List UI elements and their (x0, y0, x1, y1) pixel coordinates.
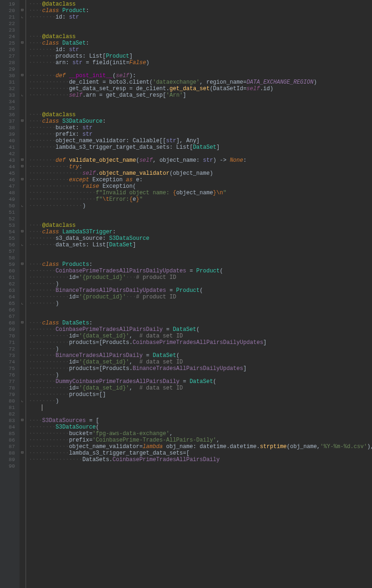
code-line[interactable] (29, 411, 372, 417)
code-line[interactable]: ········bucket: str (29, 125, 372, 131)
fold-column[interactable]: ⊟⌞⊟⊟⌞⊟⊟⊟⊟⌞⊟⌞⊟⌞⊟⌞⊟⊟ (20, 0, 26, 588)
fold-open-icon[interactable]: ⊟ (20, 177, 25, 182)
code-line[interactable] (29, 99, 372, 105)
token-ws: ········ (29, 138, 56, 144)
code-line[interactable] (29, 66, 372, 73)
fold-close-icon[interactable]: ⌞ (20, 14, 25, 19)
code-line[interactable] (29, 105, 372, 112)
code-line[interactable]: ················DataSets.CoinbasePrimeTr… (29, 456, 372, 463)
code-line[interactable]: ····class Product: (29, 7, 372, 14)
code-line[interactable]: ················raise Exception( (29, 183, 372, 190)
code-line[interactable]: ····class DataSets: (29, 320, 372, 326)
fold-open-icon[interactable]: ⊟ (20, 8, 25, 13)
token-py: ) (56, 281, 59, 287)
code-line[interactable]: ············id='{product_id}'···# produc… (29, 294, 372, 300)
fold-open-icon[interactable]: ⊟ (20, 158, 25, 162)
fold-open-icon[interactable]: ⊟ (20, 229, 25, 234)
code-line[interactable]: ····class DataSet: (29, 40, 372, 46)
code-line[interactable]: ····················f"Invalid object nam… (29, 190, 372, 196)
code-line[interactable]: ············try: (29, 164, 372, 170)
code-line[interactable] (29, 463, 372, 469)
code-line[interactable]: ········arn: str = field(init=False) (29, 59, 372, 66)
code-line[interactable]: ········prefix: str (29, 131, 372, 138)
code-line[interactable]: ····@dataclass (29, 112, 372, 118)
code-line[interactable]: ············products=[Products.BinanceTr… (29, 365, 372, 372)
code-line[interactable] (29, 307, 372, 313)
code-line[interactable]: ············bucket='fpg-aws-data-exchang… (29, 430, 372, 437)
code-line[interactable]: ········id: str (29, 14, 372, 20)
code-line[interactable]: ········) (29, 346, 372, 352)
code-line[interactable] (29, 27, 372, 33)
fold-open-icon[interactable]: ⊟ (20, 164, 25, 169)
code-line[interactable]: ········S3DataSource( (29, 424, 372, 430)
code-line[interactable]: ········products: List[Product] (29, 53, 372, 59)
fold-open-icon[interactable]: ⊟ (20, 320, 25, 325)
code-line[interactable]: ········s3_data_source: S3DataSource (29, 235, 372, 242)
code-line[interactable]: ········) (29, 281, 372, 287)
code-line[interactable]: ········data_sets: List[DataSet] (29, 242, 372, 248)
code-line[interactable]: ················) (29, 203, 372, 209)
code-line[interactable]: ····@dataclass (29, 1, 372, 7)
code-line[interactable]: ············de_client = boto3.client('da… (29, 79, 372, 86)
code-line[interactable]: ····class LambdaS3Trigger: (29, 229, 372, 235)
code-line[interactable]: ····@dataclass (29, 222, 372, 229)
code-line[interactable]: ············products=[Products.CoinbaseP… (29, 339, 372, 346)
token-op: = (89, 437, 93, 443)
code-line[interactable]: ············id='{data_set_id}', # data s… (29, 333, 372, 339)
fold-open-icon[interactable]: ⊟ (20, 450, 25, 455)
code-line[interactable]: ········) (29, 300, 372, 307)
code-area[interactable]: ····@dataclass····class Product:········… (26, 0, 372, 588)
code-line[interactable] (29, 404, 372, 411)
token-py: [Products. (99, 339, 133, 346)
code-line[interactable] (29, 151, 372, 157)
fold-close-icon[interactable]: ⌞ (20, 242, 25, 247)
code-line[interactable]: ····S3DataSources = [ (29, 417, 372, 424)
code-line[interactable]: ················self.object_name_validat… (29, 170, 372, 177)
code-line[interactable]: ········) (29, 372, 372, 378)
code-line[interactable] (29, 248, 372, 255)
code-line[interactable]: ········id: str (29, 46, 372, 53)
code-line[interactable]: ············object_name_validator=lambda… (29, 443, 372, 450)
code-line[interactable]: ········object_name_validator: Callable[… (29, 138, 372, 144)
code-line[interactable]: ········BinanceTradesAllPairsDailyUpdate… (29, 287, 372, 294)
code-line[interactable]: ····class S3DataSource: (29, 118, 372, 125)
code-line[interactable]: ············id='{data_set_id}', # data s… (29, 385, 372, 391)
code-line[interactable]: ········) (29, 398, 372, 404)
code-line[interactable]: ············lambda_s3_trigger_target_dat… (29, 450, 372, 456)
token-cmt: # product ID (136, 294, 176, 300)
fold-open-icon[interactable]: ⊟ (20, 73, 25, 78)
code-line[interactable]: ········def validate_object_name(self, o… (29, 157, 372, 164)
code-line[interactable]: ····class Products: (29, 261, 372, 268)
fold-close-icon[interactable]: ⌞ (20, 398, 25, 403)
code-line[interactable]: ············self.arn = get_data_set_resp… (29, 92, 372, 99)
code-line[interactable]: ········def __post_init__(self): (29, 73, 372, 79)
code-line[interactable]: ············get_data_set_resp = de_clien… (29, 86, 372, 92)
fold-open-icon[interactable]: ⊟ (20, 40, 25, 45)
line-number: 61 (0, 274, 20, 281)
code-line[interactable]: ········CoinbasePrimeTradesAllPairsDaily… (29, 326, 372, 333)
fold-close-icon[interactable]: ⌞ (20, 92, 25, 97)
fold-close-icon[interactable]: ⌞ (20, 301, 25, 305)
code-line[interactable]: ········lambda_s3_trigger_target_data_se… (29, 144, 372, 151)
fold-open-icon[interactable]: ⊟ (20, 119, 25, 123)
code-line[interactable]: ············except Exception as e: (29, 177, 372, 183)
code-line[interactable]: ············prefix='CoinbasePrime-Trades… (29, 437, 372, 443)
code-line[interactable] (29, 255, 372, 261)
code-line[interactable] (29, 20, 372, 27)
fold-close-icon[interactable]: ⌞ (20, 203, 25, 208)
fold-open-icon[interactable]: ⊟ (20, 262, 25, 266)
code-line[interactable] (29, 209, 372, 216)
code-line[interactable]: ············products=[] (29, 391, 372, 398)
code-line[interactable]: ········DummyCoinbasePrimeTradesAllPairs… (29, 378, 372, 385)
code-line[interactable] (29, 313, 372, 320)
fold-open-icon[interactable]: ⊟ (20, 418, 25, 423)
code-line[interactable] (29, 216, 372, 222)
code-line[interactable]: ····················f"\tError:{e}" (29, 196, 372, 203)
token-py: ) (56, 346, 59, 352)
code-line[interactable]: ····@dataclass (29, 33, 372, 40)
code-line[interactable]: ········CoinbasePrimeTradesAllPairsDaily… (29, 268, 372, 274)
code-line[interactable]: ········BinanceTradesAllPairsDaily = Dat… (29, 352, 372, 359)
code-editor[interactable]: 1920212223242526272829303132333435363738… (0, 0, 372, 588)
code-line[interactable]: ············id='{data_set_id}', # data s… (29, 359, 372, 365)
code-line[interactable]: ············id='{product_id}'···# produc… (29, 274, 372, 281)
